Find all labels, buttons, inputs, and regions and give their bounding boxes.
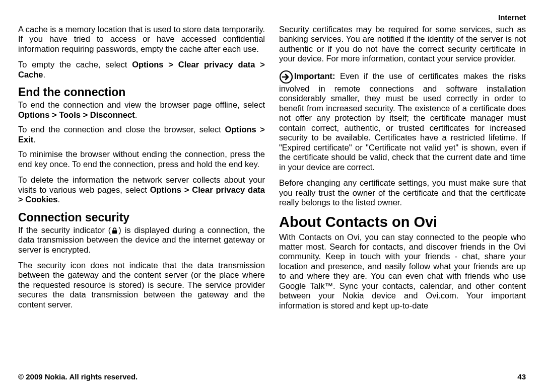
menu-cache: Cache — [18, 70, 43, 79]
sep: > — [256, 125, 265, 134]
page-number: 43 — [517, 372, 526, 381]
sep: > — [81, 110, 90, 119]
important-label: Important: — [294, 71, 335, 81]
menu-clear-privacy: Clear privacy data — [178, 60, 255, 69]
important-arrow-icon — [279, 70, 293, 84]
page-footer: © 2009 Nokia. All rights reserved. 43 — [18, 372, 526, 381]
menu-options: Options — [18, 110, 49, 119]
menu-options: Options — [132, 60, 163, 69]
paragraph-certificates-intro: Security certificates may be required fo… — [279, 25, 526, 64]
sep: > — [49, 110, 59, 119]
paragraph-important: Important: Even if the use of certificat… — [279, 70, 526, 172]
text: . — [135, 110, 138, 119]
paragraph-cookies: To delete the information the network se… — [18, 175, 265, 204]
paragraph-trust-owner: Before changing any certificate settings… — [279, 178, 526, 207]
right-column: Security certificates may be required fo… — [279, 25, 526, 365]
text: To end the connection and close the brow… — [18, 125, 225, 134]
menu-clear-privacy: Clear privacy data — [192, 185, 265, 194]
sep: > — [181, 185, 192, 194]
paragraph-ovi-intro: With Contacts on Ovi, you can stay conne… — [279, 232, 526, 311]
sep: > — [18, 195, 25, 204]
paragraph-security-note: The security icon does not indicate that… — [18, 261, 265, 309]
paragraph-exit: To end the connection and close the brow… — [18, 125, 265, 144]
important-text: Even if the use of certificates makes th… — [279, 71, 526, 171]
left-column: A cache is a memory location that is use… — [18, 25, 265, 365]
heading-connection-security: Connection security — [18, 211, 265, 224]
section-header: Internet — [18, 13, 526, 22]
sep: > — [164, 60, 178, 69]
paragraph-cache-intro: A cache is a memory location that is use… — [18, 25, 265, 54]
text: . — [33, 135, 36, 144]
menu-options: Options — [150, 185, 181, 194]
menu-exit: Exit — [18, 135, 33, 144]
text: . — [57, 195, 60, 204]
menu-tools: Tools — [59, 110, 81, 119]
text: To end the connection and view the brows… — [18, 100, 265, 109]
svg-rect-0 — [112, 230, 117, 233]
paragraph-disconnect: To end the connection and view the brows… — [18, 100, 265, 120]
menu-options: Options — [225, 125, 256, 134]
paragraph-empty-cache: To empty the cache, select Options > Cle… — [18, 60, 265, 80]
text: . — [43, 70, 46, 79]
copyright-text: © 2009 Nokia. All rights reserved. — [18, 372, 138, 381]
lock-icon — [111, 227, 118, 234]
paragraph-security-indicator: If the security indicator () is displaye… — [18, 225, 265, 255]
menu-cookies: Cookies — [25, 195, 57, 204]
paragraph-minimise: To minimise the browser without ending t… — [18, 149, 265, 169]
text: If the security indicator ( — [18, 225, 111, 234]
content-columns: A cache is a memory location that is use… — [18, 25, 526, 365]
heading-about-contacts-ovi: About Contacts on Ovi — [279, 214, 526, 230]
heading-end-connection: End the connection — [18, 86, 265, 99]
text: To empty the cache, select — [18, 60, 132, 69]
menu-disconnect: Disconnect — [90, 110, 135, 119]
sep: > — [255, 60, 265, 69]
